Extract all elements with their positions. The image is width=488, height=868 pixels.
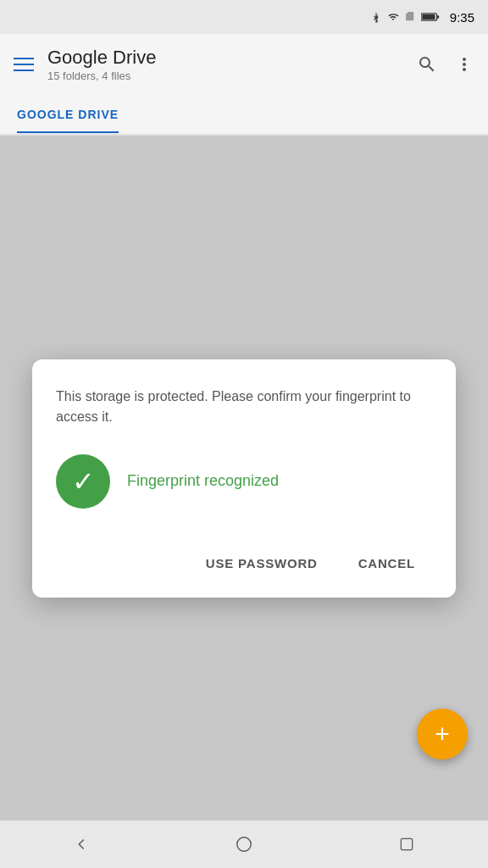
svg-point-3 — [237, 837, 252, 852]
bluetooth-icon — [370, 11, 381, 23]
app-bar-actions — [417, 54, 474, 75]
app-subtitle: 15 folders, 4 files — [47, 70, 403, 82]
fab-button[interactable]: + — [417, 709, 468, 760]
tab-bar: GOOGLE DRIVE — [0, 95, 488, 136]
back-button[interactable] — [64, 827, 98, 861]
recents-button[interactable] — [390, 827, 424, 861]
status-icons: 9:35 — [370, 10, 474, 25]
svg-rect-2 — [422, 14, 435, 19]
app-title: Google Drive — [47, 47, 403, 69]
status-bar: 9:35 — [0, 0, 488, 34]
app-bar-title-section: Google Drive 15 folders, 4 files — [47, 47, 403, 81]
app-bar: Google Drive 15 folders, 4 files — [0, 34, 488, 95]
sim-icon — [405, 11, 416, 23]
svg-rect-4 — [401, 838, 412, 849]
cancel-button[interactable]: CANCEL — [341, 546, 432, 581]
use-password-button[interactable]: USE PASSWORD — [189, 546, 335, 581]
fab-add-icon: + — [435, 721, 450, 747]
bottom-nav — [0, 821, 488, 868]
main-content: This storage is protected. Please confir… — [0, 136, 488, 821]
search-button[interactable] — [417, 54, 437, 75]
more-options-button[interactable] — [454, 54, 474, 75]
home-button[interactable] — [227, 827, 261, 861]
google-drive-tab[interactable]: GOOGLE DRIVE — [17, 108, 119, 121]
fingerprint-dialog: This storage is protected. Please confir… — [32, 359, 456, 598]
battery-icon — [421, 12, 440, 22]
checkmark-icon: ✓ — [72, 468, 95, 495]
fingerprint-status-row: ✓ Fingerprint recognized — [56, 454, 432, 509]
hamburger-button[interactable] — [14, 58, 34, 71]
dialog-message: This storage is protected. Please confir… — [56, 387, 432, 427]
wifi-icon — [386, 12, 400, 22]
dialog-actions: USE PASSWORD CANCEL — [56, 539, 432, 581]
fingerprint-status-text: Fingerprint recognized — [127, 472, 279, 490]
svg-rect-1 — [437, 15, 439, 18]
status-time: 9:35 — [450, 10, 474, 25]
fingerprint-success-icon: ✓ — [56, 454, 110, 509]
